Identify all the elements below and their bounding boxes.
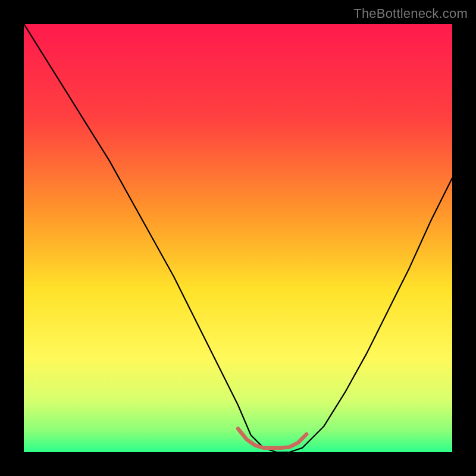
curve-layer — [24, 24, 452, 452]
optimal-band-marker — [238, 428, 306, 447]
penalty-curve — [24, 24, 452, 452]
plot-area — [24, 24, 452, 452]
watermark-text: TheBottleneck.com — [353, 6, 468, 21]
chart-frame: TheBottleneck.com — [0, 0, 476, 476]
